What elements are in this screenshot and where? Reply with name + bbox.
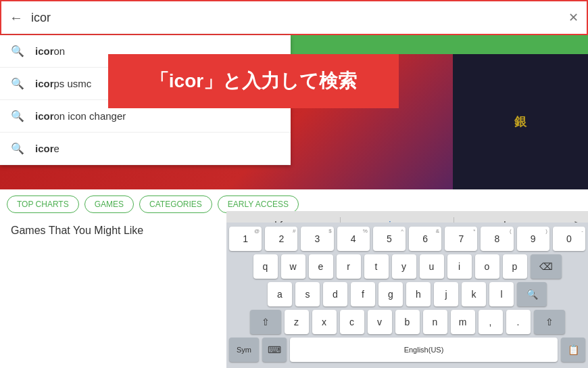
key-v[interactable]: v: [368, 310, 392, 334]
key-3[interactable]: $3: [301, 227, 333, 251]
key-keyboard-icon[interactable]: ⌨: [262, 338, 287, 362]
key-2[interactable]: #2: [265, 227, 297, 251]
ac-text-3: icore: [35, 143, 59, 154]
search-overlay: ← ✕ 🔍 icoron 🔍 icorps usmc 🔍 icoron icon…: [0, 0, 588, 368]
key-5[interactable]: ^5: [373, 227, 406, 251]
key-1[interactable]: @1: [229, 227, 262, 251]
search-input[interactable]: [31, 11, 560, 25]
search-bar[interactable]: ← ✕: [0, 0, 588, 35]
key-u[interactable]: u: [420, 254, 444, 279]
key-z[interactable]: z: [285, 310, 309, 334]
key-y[interactable]: y: [392, 254, 416, 279]
ac-search-icon-2: 🔍: [11, 110, 24, 122]
key-4[interactable]: %4: [337, 227, 370, 251]
key-p[interactable]: p: [503, 254, 527, 279]
key-shift[interactable]: ⇧: [250, 310, 281, 334]
key-r[interactable]: r: [337, 254, 361, 279]
key-q[interactable]: q: [253, 254, 278, 279]
key-h[interactable]: h: [406, 282, 431, 306]
clear-button[interactable]: ✕: [568, 10, 579, 25]
key-d[interactable]: d: [323, 282, 347, 306]
keyboard: @1 #2 $3 %4 ^5 &6 *7 (8 )9 -0 q w e r t …: [226, 223, 588, 368]
key-t[interactable]: t: [364, 254, 389, 279]
key-clipboard[interactable]: 📋: [561, 338, 585, 362]
ac-search-icon-3: 🔍: [11, 142, 24, 155]
keyboard-row-bottom: Sym ⌨ English(US) 📋: [229, 338, 585, 362]
key-sym[interactable]: Sym: [229, 338, 259, 362]
key-i[interactable]: i: [447, 254, 472, 279]
ac-search-icon-0: 🔍: [11, 45, 24, 58]
key-7[interactable]: *7: [445, 227, 477, 251]
ac-text-0: icoron: [35, 45, 65, 57]
key-search[interactable]: 🔍: [517, 282, 547, 306]
key-s[interactable]: s: [295, 282, 320, 306]
key-n[interactable]: n: [423, 310, 447, 334]
key-8[interactable]: (8: [481, 227, 513, 251]
key-c[interactable]: c: [340, 310, 364, 334]
key-g[interactable]: g: [378, 282, 403, 306]
key-e[interactable]: e: [309, 254, 333, 279]
key-j[interactable]: j: [434, 282, 458, 306]
ac-text-1: icorps usmc: [35, 78, 91, 89]
key-shift-right[interactable]: ⇧: [534, 310, 565, 334]
key-period[interactable]: .: [506, 310, 531, 334]
key-6[interactable]: &6: [409, 227, 441, 251]
key-b[interactable]: b: [395, 310, 420, 334]
keyboard-row-zxcv: ⇧ z x c v b n m , . ⇧: [229, 310, 585, 334]
key-0[interactable]: -0: [553, 227, 585, 251]
key-l[interactable]: l: [489, 282, 514, 306]
key-space[interactable]: English(US): [290, 338, 558, 362]
key-comma[interactable]: ,: [479, 310, 503, 334]
keyboard-row-numbers: @1 #2 $3 %4 ^5 &6 *7 (8 )9 -0: [229, 227, 585, 251]
keyboard-row-asdf: a s d f g h j k l 🔍: [229, 282, 585, 306]
ac-search-icon-1: 🔍: [11, 77, 24, 90]
key-a[interactable]: a: [268, 282, 292, 306]
key-w[interactable]: w: [281, 254, 305, 279]
key-k[interactable]: k: [462, 282, 486, 306]
key-m[interactable]: m: [451, 310, 475, 334]
key-9[interactable]: )9: [517, 227, 549, 251]
key-f[interactable]: f: [351, 282, 375, 306]
key-o[interactable]: o: [475, 254, 499, 279]
autocomplete-item-3[interactable]: 🔍 icore: [0, 133, 291, 165]
key-x[interactable]: x: [312, 310, 337, 334]
keyboard-row-qwerty: q w e r t y u i o p ⌫: [229, 254, 585, 279]
annotation-box: 「icor」と入力して検索: [108, 54, 399, 108]
back-button[interactable]: ←: [9, 10, 23, 26]
key-delete[interactable]: ⌫: [531, 254, 562, 279]
ac-text-2: icoron icon changer: [35, 110, 126, 122]
annotation-text: 「icor」と入力して検索: [150, 68, 357, 94]
